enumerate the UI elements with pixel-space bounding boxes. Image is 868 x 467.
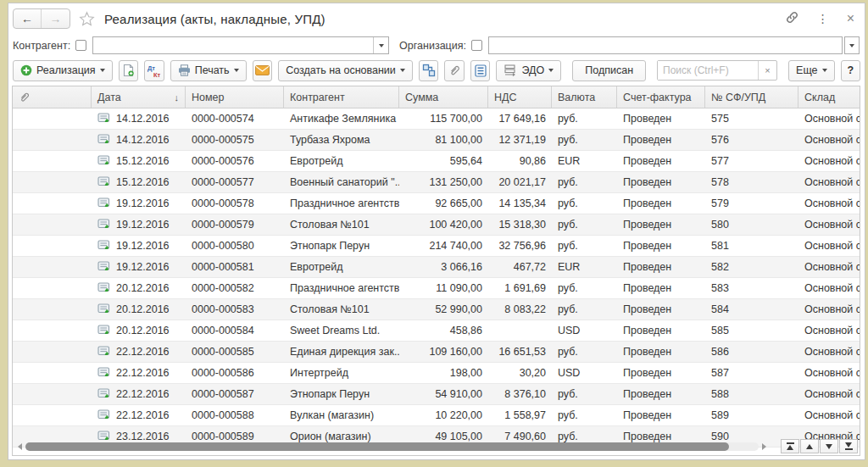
cell-number[interactable]: 0000-000586 (186, 363, 284, 384)
cell-invoice-status[interactable]: Проведен (617, 151, 705, 172)
cell-warehouse[interactable]: Основной склад (798, 405, 860, 426)
table-row[interactable]: 22.12.20160000-000588Вулкан (магазин)10 … (13, 405, 860, 426)
cell-sum[interactable]: 115 700,00 (399, 108, 488, 130)
cell-attachment[interactable] (13, 214, 92, 236)
cell-invoice-number[interactable]: 578 (705, 172, 798, 193)
cell-counterparty[interactable]: Этнопарк Перун (284, 236, 399, 257)
cell-date[interactable]: 19.12.2016 (92, 214, 186, 236)
cell-counterparty[interactable]: Столовая №101 (284, 299, 399, 320)
cell-currency[interactable]: руб. (552, 236, 617, 257)
cell-counterparty[interactable]: Евротрейд (284, 257, 399, 278)
report-button[interactable] (470, 60, 491, 81)
cell-date[interactable]: 19.12.2016 (92, 257, 186, 278)
cell-invoice-number[interactable]: 587 (705, 363, 798, 384)
table-row[interactable]: 14.12.20160000-000575Турбаза Яхрома81 10… (13, 130, 860, 151)
cell-currency[interactable]: EUR (552, 151, 617, 172)
organization-checkbox[interactable] (471, 40, 482, 51)
cell-number[interactable]: 0000-000582 (186, 278, 284, 299)
column-header-2[interactable]: Номер (186, 86, 284, 108)
cell-invoice-number[interactable]: 580 (705, 214, 798, 236)
cell-currency[interactable]: руб. (552, 342, 617, 363)
cell-date[interactable]: 15.12.2016 (92, 172, 186, 193)
cell-date[interactable]: 14.12.2016 (92, 108, 186, 130)
cell-counterparty[interactable]: Единая дирекция зак... (284, 342, 399, 363)
table-row[interactable]: 22.12.20160000-000585Единая дирекция зак… (13, 342, 860, 363)
cell-counterparty[interactable]: Праздничное агентств... (284, 193, 399, 214)
search-input[interactable] (658, 61, 758, 80)
cell-number[interactable]: 0000-000576 (186, 151, 284, 172)
cell-counterparty[interactable]: Праздничное агентств... (284, 278, 399, 299)
table-row[interactable]: 19.12.20160000-000579Столовая №101100 42… (13, 214, 860, 236)
column-header-7[interactable]: Счет-фактура (617, 86, 705, 108)
cell-counterparty[interactable]: Турбаза Яхрома (284, 130, 399, 151)
cell-vat[interactable]: 12 371,19 (488, 130, 552, 151)
back-button[interactable]: ← (14, 9, 42, 28)
cell-counterparty[interactable]: Вулкан (магазин) (284, 405, 399, 426)
table-row[interactable]: 19.12.20160000-000581Евротрейд3 066,1646… (13, 257, 860, 278)
cell-invoice-status[interactable]: Проведен (617, 236, 705, 257)
cell-warehouse[interactable]: Основной склад (798, 278, 860, 299)
cell-invoice-number[interactable]: 585 (705, 320, 798, 342)
cell-warehouse[interactable]: Основной склад (798, 130, 860, 151)
cell-currency[interactable]: руб. (552, 108, 617, 130)
table-row[interactable]: 20.12.20160000-000584Sweet Dreams Ltd.45… (13, 320, 860, 342)
cell-currency[interactable]: руб. (552, 130, 617, 151)
organization-combobox[interactable] (488, 36, 843, 54)
cell-attachment[interactable] (13, 193, 92, 214)
create-based-button[interactable]: Создать на основании (278, 60, 413, 81)
cell-invoice-number[interactable]: 589 (705, 405, 798, 426)
cell-sum[interactable]: 3 066,16 (399, 257, 488, 278)
cell-vat[interactable]: 14 135,34 (488, 193, 552, 214)
column-header-3[interactable]: Контрагент (284, 86, 399, 108)
cell-counterparty[interactable]: Sweet Dreams Ltd. (284, 320, 399, 342)
cell-warehouse[interactable]: Основной склад (798, 108, 860, 130)
cell-vat[interactable] (488, 320, 552, 342)
link-icon[interactable] (785, 10, 799, 28)
cell-sum[interactable]: 458,86 (399, 320, 488, 342)
cell-invoice-number[interactable]: 582 (705, 257, 798, 278)
cell-invoice-status[interactable]: Проведен (617, 108, 705, 130)
cell-vat[interactable]: 467,72 (488, 257, 552, 278)
cell-number[interactable]: 0000-000588 (186, 405, 284, 426)
cell-warehouse[interactable]: Основной склад (798, 151, 860, 172)
cell-date[interactable]: 15.12.2016 (92, 151, 186, 172)
cell-sum[interactable]: 92 665,00 (399, 193, 488, 214)
column-header-5[interactable]: НДС (488, 86, 552, 108)
cell-sum[interactable]: 595,64 (399, 151, 488, 172)
cell-number[interactable]: 0000-000578 (186, 193, 284, 214)
cell-date[interactable]: 22.12.2016 (92, 342, 186, 363)
cell-currency[interactable]: EUR (552, 257, 617, 278)
cell-attachment[interactable] (13, 320, 92, 342)
cell-sum[interactable]: 198,00 (399, 363, 488, 384)
column-header-9[interactable]: Склад (798, 86, 860, 108)
cell-invoice-status[interactable]: Проведен (617, 363, 705, 384)
cell-counterparty[interactable]: Столовая №101 (284, 214, 399, 236)
table-row[interactable]: 20.12.20160000-000582Праздничное агентст… (13, 278, 860, 299)
cell-warehouse[interactable]: Основной склад (798, 236, 860, 257)
cell-currency[interactable]: руб. (552, 384, 617, 405)
counterparty-checkbox[interactable] (75, 40, 86, 51)
column-header-8[interactable]: № СФ/УПД (705, 86, 798, 108)
cell-invoice-status[interactable]: Проведен (617, 172, 705, 193)
cell-currency[interactable]: руб. (552, 299, 617, 320)
cell-invoice-status[interactable]: Проведен (617, 320, 705, 342)
menu-kebab-icon[interactable]: ⋮ (817, 13, 829, 25)
cell-number[interactable]: 0000-000583 (186, 299, 284, 320)
cell-vat[interactable]: 32 756,96 (488, 236, 552, 257)
cell-warehouse[interactable]: Основной склад (798, 172, 860, 193)
table-row[interactable]: 15.12.20160000-000577Военный санаторий "… (13, 172, 860, 193)
cell-counterparty[interactable]: Интертрейд (284, 363, 399, 384)
cell-vat[interactable]: 30,20 (488, 363, 552, 384)
cell-sum[interactable]: 100 420,00 (399, 214, 488, 236)
cell-date[interactable]: 19.12.2016 (92, 236, 186, 257)
table-row[interactable]: 20.12.20160000-000583Столовая №10152 990… (13, 299, 860, 320)
cell-invoice-status[interactable]: Проведен (617, 342, 705, 363)
cell-date[interactable]: 20.12.2016 (92, 299, 186, 320)
cell-attachment[interactable] (13, 108, 92, 130)
cell-date[interactable]: 22.12.2016 (92, 405, 186, 426)
cell-date[interactable]: 22.12.2016 (92, 363, 186, 384)
cell-attachment[interactable] (13, 384, 92, 405)
cell-attachment[interactable] (13, 299, 92, 320)
cell-number[interactable]: 0000-000575 (186, 130, 284, 151)
cell-number[interactable]: 0000-000587 (186, 384, 284, 405)
